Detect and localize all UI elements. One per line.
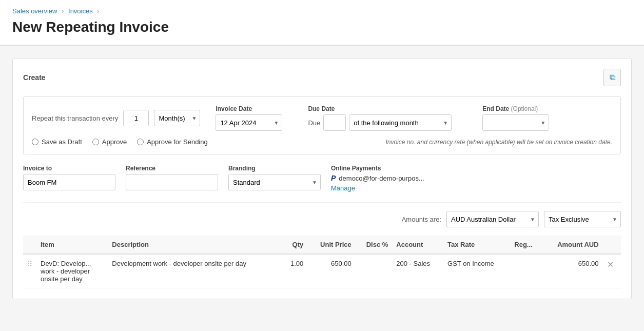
breadcrumb-invoices[interactable]: Invoices bbox=[68, 7, 93, 15]
end-date-label: End Date (Optional) bbox=[482, 105, 549, 112]
col-drag bbox=[23, 236, 36, 254]
fullscreen-icon-button[interactable]: ⧉ bbox=[603, 69, 621, 86]
account-value: 200 - Sales bbox=[396, 260, 430, 267]
radio-approve[interactable]: Approve bbox=[92, 138, 127, 146]
invoice-date-label: Invoice Date bbox=[216, 105, 282, 112]
tax-rate-cell[interactable]: GST on Income bbox=[443, 254, 510, 288]
col-qty: Qty bbox=[282, 236, 307, 254]
col-item: Item bbox=[36, 236, 108, 254]
amount-cell[interactable]: 650.00 bbox=[542, 254, 603, 288]
period-select[interactable]: Month(s) Week(s) Day(s) Year(s) bbox=[154, 110, 200, 126]
due-date-label: Due Date bbox=[308, 105, 452, 112]
manage-link[interactable]: Manage bbox=[331, 184, 424, 192]
end-date-input[interactable] bbox=[482, 114, 549, 131]
breadcrumb-sales-overview[interactable]: Sales overview bbox=[12, 7, 57, 15]
invoice-date-input[interactable] bbox=[216, 114, 282, 131]
col-amount: Amount AUD bbox=[542, 236, 603, 254]
radio-save-draft[interactable]: Save as Draft bbox=[32, 138, 82, 146]
repeat-label: Repeat this transaction every bbox=[32, 114, 118, 122]
reference-input[interactable] bbox=[126, 174, 218, 190]
table-row: ⠿ DevD: Develop...work - developeronsite… bbox=[23, 254, 621, 288]
reference-label: Reference bbox=[126, 165, 218, 172]
invoice-to-input[interactable] bbox=[23, 174, 115, 190]
amounts-row: Amounts are: AUD Australian Dollar USD U… bbox=[23, 211, 621, 227]
due-prefix: Due bbox=[308, 119, 320, 127]
description-value: Development work - developer onsite per … bbox=[112, 260, 246, 267]
paypal-icon: P bbox=[331, 174, 336, 182]
col-reg: Reg... bbox=[510, 236, 542, 254]
breadcrumb-sep2: › bbox=[97, 7, 99, 15]
item-cell[interactable]: DevD: Develop...work - developeronsite p… bbox=[36, 254, 108, 288]
due-date-select[interactable]: of the following month of the current mo… bbox=[349, 114, 452, 131]
account-cell[interactable]: 200 - Sales bbox=[392, 254, 443, 288]
col-disc: Disc % bbox=[356, 236, 393, 254]
online-payments-label: Online Payments bbox=[331, 165, 424, 172]
invoice-note: Invoice no. and currency rate (when appl… bbox=[385, 139, 612, 146]
invoice-to-field: Invoice to bbox=[23, 165, 115, 190]
drag-handle-cell[interactable]: ⠿ bbox=[23, 254, 36, 288]
amount-value: 650.00 bbox=[578, 260, 599, 267]
breadcrumb-sep1: › bbox=[62, 7, 64, 15]
card-header-label: Create bbox=[23, 73, 46, 82]
paypal-email: democo@for-demo-purpos... bbox=[339, 174, 424, 182]
reference-field: Reference bbox=[126, 165, 218, 190]
line-items-table: Item Description Qty Unit Price Disc % A… bbox=[23, 236, 621, 288]
drag-handle-icon[interactable]: ⠿ bbox=[27, 260, 32, 268]
currency-select[interactable]: AUD Australian Dollar USD US Dollar EUR … bbox=[446, 211, 539, 227]
disc-cell[interactable] bbox=[356, 254, 393, 288]
item-name: DevD: Develop...work - developeronsite p… bbox=[41, 260, 104, 283]
frequency-input[interactable] bbox=[123, 110, 149, 126]
due-number-input[interactable] bbox=[323, 114, 346, 131]
qty-cell[interactable]: 1.00 bbox=[282, 254, 307, 288]
qty-value: 1.00 bbox=[290, 260, 303, 267]
unit-price-cell[interactable]: 650.00 bbox=[307, 254, 356, 288]
col-unit-price: Unit Price bbox=[307, 236, 356, 254]
branding-select[interactable]: Standard bbox=[228, 174, 321, 190]
branding-label: Branding bbox=[228, 165, 321, 172]
radio-approve-for-sending[interactable]: Approve for Sending bbox=[137, 138, 208, 146]
description-cell[interactable]: Development work - developer onsite per … bbox=[108, 254, 282, 288]
online-payments-section: Online Payments P democo@for-demo-purpos… bbox=[331, 165, 424, 192]
page-title: New Repeating Invoice bbox=[0, 17, 644, 45]
invoice-to-label: Invoice to bbox=[23, 165, 115, 172]
amounts-label: Amounts are: bbox=[402, 216, 441, 223]
breadcrumb: Sales overview › Invoices › bbox=[0, 0, 644, 17]
tax-rate-value: GST on Income bbox=[447, 260, 494, 267]
fullscreen-icon: ⧉ bbox=[610, 73, 615, 82]
col-description: Description bbox=[108, 236, 282, 254]
col-tax-rate: Tax Rate bbox=[443, 236, 510, 254]
col-account: Account bbox=[392, 236, 443, 254]
branding-field: Branding Standard ▼ bbox=[228, 165, 321, 190]
reg-cell[interactable] bbox=[510, 254, 542, 288]
col-delete bbox=[603, 236, 621, 254]
tax-select[interactable]: Tax Exclusive Tax Inclusive No Tax bbox=[544, 211, 621, 227]
unit-price-value: 650.00 bbox=[331, 260, 352, 267]
delete-cell[interactable]: ✕ bbox=[603, 254, 621, 288]
delete-row-button[interactable]: ✕ bbox=[607, 260, 614, 269]
